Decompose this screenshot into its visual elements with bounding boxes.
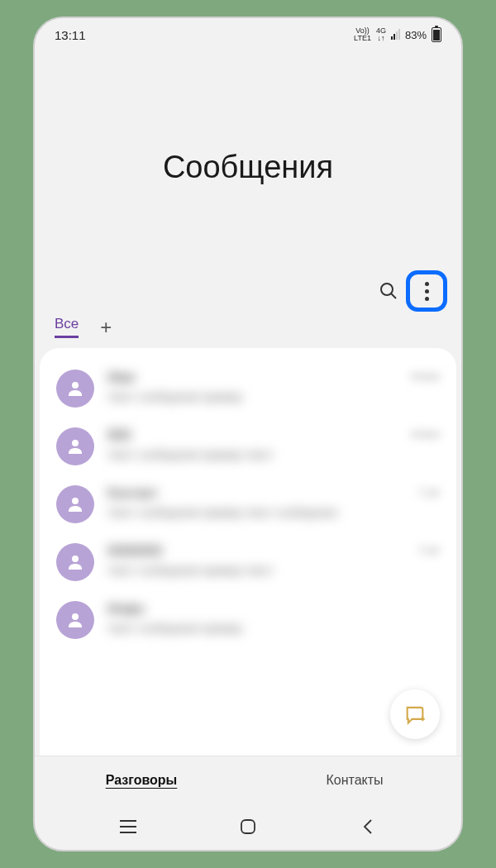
list-item[interactable]: 900 текст сообщения пример текст вчера — [46, 417, 450, 475]
tab-all[interactable]: Все — [55, 316, 79, 338]
list-item[interactable]: Инфо текст сообщения пример — [46, 591, 450, 649]
list-item[interactable]: Контакт текст сообщения пример текст соо… — [46, 475, 450, 533]
conversation-text: Контакт текст сообщения пример текст соо… — [107, 485, 405, 520]
person-icon — [65, 494, 85, 514]
battery-percent: 83% — [405, 29, 427, 41]
status-bar: 13:11 Vo)) LTE1 4G ↓↑ 83% — [35, 18, 461, 51]
tab-conversations[interactable]: Разговоры — [35, 773, 248, 788]
person-icon — [65, 610, 85, 630]
home-button[interactable] — [223, 810, 273, 843]
svg-point-4 — [72, 498, 79, 504]
header-area: Сообщения — [35, 51, 461, 316]
recents-button[interactable] — [103, 810, 153, 843]
phone-frame: 13:11 Vo)) LTE1 4G ↓↑ 83% Сообщения — [33, 17, 463, 851]
conversation-time: вчера — [411, 427, 440, 440]
avatar — [56, 543, 94, 581]
page-title: Сообщения — [163, 150, 333, 185]
status-time: 13:11 — [55, 28, 86, 42]
avatar — [56, 427, 94, 465]
tutorial-highlight-ring — [406, 270, 447, 312]
svg-point-6 — [72, 613, 79, 620]
volte-indicator: Vo)) LTE1 — [354, 27, 371, 42]
conversation-text: 0000000 текст сообщения пример текст — [107, 543, 405, 578]
signal-icon — [391, 30, 400, 40]
toolbar — [372, 273, 445, 309]
network-indicator: 4G ↓↑ — [376, 27, 386, 42]
more-options-button[interactable] — [408, 273, 445, 309]
svg-point-2 — [72, 382, 79, 389]
list-item[interactable]: 0000000 текст сообщения пример текст 3 д… — [46, 533, 450, 591]
compose-icon — [403, 703, 427, 726]
conversation-list[interactable]: Имя текст сообщения пример вчера 900 тек… — [40, 348, 456, 756]
conversation-time: 2 дн — [418, 485, 440, 498]
conversation-text: Инфо текст сообщения пример — [107, 601, 427, 636]
conversation-time: 3 дн — [418, 543, 440, 556]
conversation-text: Имя текст сообщения пример — [107, 370, 398, 404]
svg-point-3 — [72, 440, 79, 446]
svg-rect-12 — [241, 820, 255, 833]
avatar — [56, 601, 94, 639]
conversation-text: 900 текст сообщения пример текст — [107, 427, 398, 462]
bottom-tabs: Разговоры Контакты — [35, 756, 461, 804]
tab-contacts[interactable]: Контакты — [248, 773, 461, 788]
system-nav-bar — [35, 804, 461, 850]
category-tabs: Все + — [35, 316, 461, 348]
tab-add-category[interactable]: + — [100, 317, 112, 337]
list-item[interactable]: Имя текст сообщения пример вчера — [46, 360, 450, 417]
back-button[interactable] — [343, 810, 393, 843]
person-icon — [65, 379, 85, 398]
svg-line-1 — [391, 293, 396, 298]
person-icon — [65, 436, 85, 456]
back-icon — [361, 818, 374, 835]
conversation-time: вчера — [411, 370, 440, 382]
status-right: Vo)) LTE1 4G ↓↑ 83% — [354, 27, 441, 42]
home-icon — [240, 818, 256, 835]
search-icon — [379, 281, 398, 301]
battery-icon — [432, 27, 441, 42]
recents-icon — [119, 819, 137, 834]
search-button[interactable] — [372, 274, 405, 308]
svg-point-0 — [381, 284, 393, 295]
avatar — [56, 370, 94, 408]
svg-point-5 — [72, 556, 79, 562]
compose-button[interactable] — [390, 689, 440, 739]
person-icon — [65, 552, 85, 572]
avatar — [56, 485, 94, 523]
